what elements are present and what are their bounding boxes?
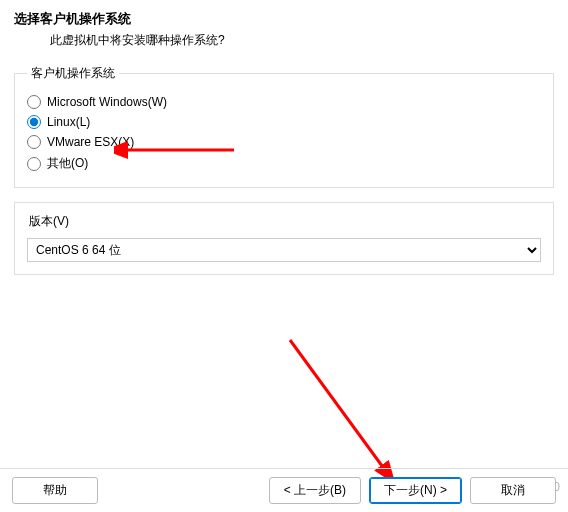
os-label-esx: VMware ESX(X) [47, 135, 134, 149]
os-label-linux: Linux(L) [47, 115, 90, 129]
os-radio-linux[interactable] [27, 115, 41, 129]
version-group: 版本(V) CentOS 6 64 位 [14, 202, 554, 275]
os-option-windows[interactable]: Microsoft Windows(W) [27, 92, 541, 112]
footer-button-group: < 上一步(B) 下一步(N) > 取消 [269, 477, 556, 504]
wizard-header: 选择客户机操作系统 此虚拟机中将安装哪种操作系统? [0, 0, 568, 55]
page-title: 选择客户机操作系统 [14, 10, 554, 28]
os-option-other[interactable]: 其他(O) [27, 152, 541, 175]
os-option-linux[interactable]: Linux(L) [27, 112, 541, 132]
os-radio-other[interactable] [27, 157, 41, 171]
back-button[interactable]: < 上一步(B) [269, 477, 361, 504]
guest-os-legend: 客户机操作系统 [27, 65, 119, 82]
wizard-content: 客户机操作系统 Microsoft Windows(W) Linux(L) VM… [0, 55, 568, 275]
os-label-other: 其他(O) [47, 155, 88, 172]
os-radio-windows[interactable] [27, 95, 41, 109]
os-option-esx[interactable]: VMware ESX(X) [27, 132, 541, 152]
next-button[interactable]: 下一步(N) > [369, 477, 462, 504]
os-radio-esx[interactable] [27, 135, 41, 149]
version-label: 版本(V) [27, 213, 541, 230]
version-select[interactable]: CentOS 6 64 位 [27, 238, 541, 262]
help-button[interactable]: 帮助 [12, 477, 98, 504]
svg-line-1 [290, 340, 385, 470]
os-label-windows: Microsoft Windows(W) [47, 95, 167, 109]
page-subtitle: 此虚拟机中将安装哪种操作系统? [14, 28, 554, 49]
guest-os-group: 客户机操作系统 Microsoft Windows(W) Linux(L) VM… [14, 65, 554, 188]
cancel-button[interactable]: 取消 [470, 477, 556, 504]
wizard-footer: 帮助 < 上一步(B) 下一步(N) > 取消 [0, 468, 568, 512]
